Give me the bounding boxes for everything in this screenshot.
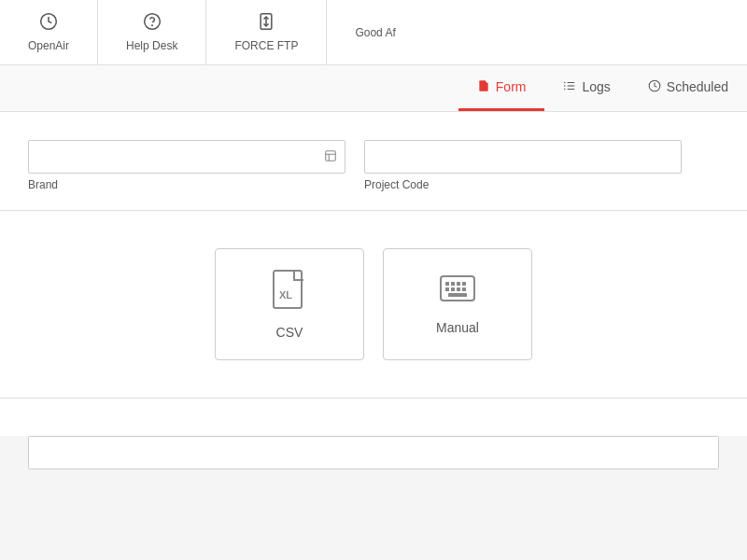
nav-item-helpdesk[interactable]: Help Desk — [98, 0, 206, 64]
project-code-label: Project Code — [364, 178, 682, 191]
form-icon — [477, 79, 490, 95]
svg-rect-12 — [326, 150, 336, 161]
svg-rect-20 — [457, 282, 460, 286]
tab-logs-label: Logs — [582, 79, 610, 94]
svg-rect-24 — [457, 287, 460, 291]
bottom-section — [0, 436, 747, 469]
nav-item-openair[interactable]: OpenAir — [0, 0, 98, 64]
scheduled-icon — [648, 79, 661, 95]
nav-label-force-ftp: FORCE FTP — [234, 39, 298, 52]
project-code-field: Project Code — [364, 140, 682, 191]
nav-label-helpdesk: Help Desk — [126, 39, 177, 52]
card-manual[interactable]: Manual — [383, 248, 532, 360]
svg-text:XL: XL — [279, 289, 292, 301]
csv-label: CSV — [276, 325, 303, 340]
tab-scheduled-label: Scheduled — [667, 79, 728, 94]
project-code-input[interactable] — [365, 141, 681, 173]
brand-field-icon — [324, 149, 337, 165]
main-content: Brand Project Code XL CSV — [0, 112, 747, 436]
nav-label-openair: OpenAir — [28, 39, 69, 52]
nav-item-good-af[interactable]: Good Af — [327, 0, 423, 64]
brand-input[interactable] — [29, 141, 345, 173]
tab-bar: Form Logs Scheduled — [0, 65, 747, 112]
brand-label: Brand — [28, 178, 345, 191]
project-code-input-wrapper — [364, 140, 682, 174]
svg-rect-18 — [445, 282, 449, 286]
clock-icon — [39, 12, 58, 35]
form-row: Brand Project Code — [28, 140, 719, 191]
ftp-icon — [257, 12, 275, 35]
divider-2 — [0, 398, 747, 399]
svg-rect-25 — [462, 287, 466, 291]
card-grid: XL CSV Manual — [28, 230, 719, 379]
svg-rect-22 — [445, 287, 449, 291]
brand-input-wrapper — [28, 140, 345, 174]
csv-icon: XL — [272, 269, 307, 314]
manual-label: Manual — [436, 320, 479, 335]
card-csv[interactable]: XL CSV — [215, 248, 364, 360]
svg-rect-23 — [451, 287, 455, 291]
tab-scheduled[interactable]: Scheduled — [629, 65, 747, 111]
bottom-input-wrapper — [28, 436, 719, 469]
question-icon — [143, 12, 162, 35]
divider-1 — [0, 210, 747, 211]
nav-item-force-ftp[interactable]: FORCE FTP — [206, 0, 327, 64]
top-nav: OpenAir Help Desk FORCE FTP Good Af — [0, 0, 747, 65]
tab-form-label: Form — [496, 79, 527, 94]
tab-logs[interactable]: Logs — [544, 65, 628, 111]
svg-point-1 — [144, 14, 160, 30]
bottom-input[interactable] — [29, 437, 718, 469]
keyboard-icon — [439, 274, 476, 309]
svg-rect-19 — [451, 282, 455, 286]
tab-form[interactable]: Form — [458, 65, 545, 111]
brand-field: Brand — [28, 140, 345, 191]
svg-rect-21 — [462, 282, 466, 286]
svg-rect-26 — [448, 293, 467, 297]
logs-icon — [563, 79, 576, 95]
nav-label-good-af: Good Af — [355, 26, 395, 39]
